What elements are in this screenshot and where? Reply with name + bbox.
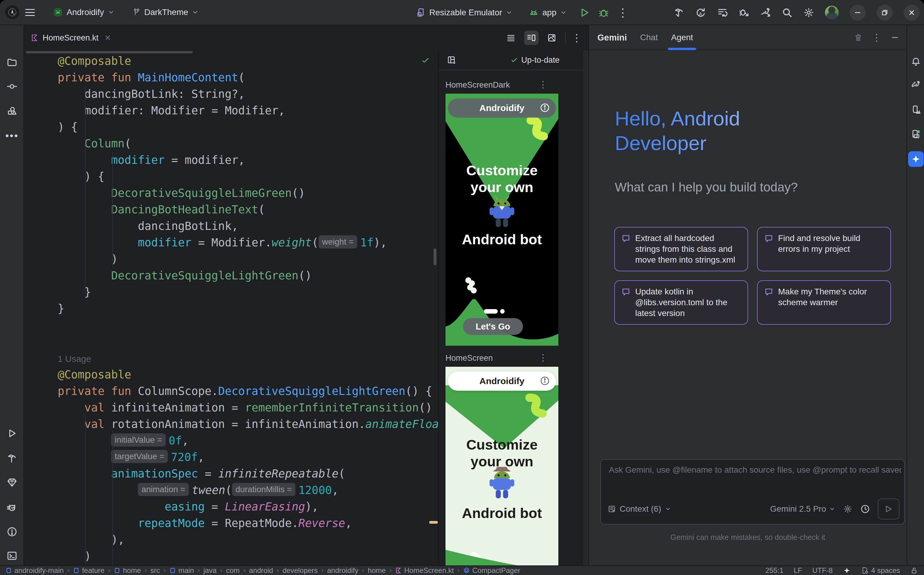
trash-icon[interactable] <box>854 33 863 42</box>
caret-position[interactable]: 255:1 <box>765 566 784 575</box>
code-line[interactable]: dancingBotLink, <box>58 218 438 234</box>
code-line[interactable]: private fun ColumnScope.DecorativeSquigg… <box>58 383 438 399</box>
gradle-tool-icon[interactable] <box>909 78 923 92</box>
suggestion-card-4[interactable]: Make my Theme's color scheme warmer <box>757 280 891 325</box>
build-hammer-icon[interactable] <box>674 7 684 18</box>
split-view-button[interactable] <box>524 30 539 45</box>
user-avatar[interactable] <box>825 6 839 19</box>
breadcrumb-item[interactable]: androidify <box>327 566 358 575</box>
info-icon[interactable] <box>540 103 550 113</box>
code-line[interactable]: DecorativeSquiggleLimeGreen() <box>58 185 438 202</box>
editor-vertical-scrollbar[interactable] <box>434 248 436 265</box>
breadcrumb-item[interactable]: java <box>204 566 217 575</box>
tab-agent[interactable]: Agent <box>671 25 693 50</box>
code-line[interactable]: Column( <box>58 135 438 152</box>
breadcrumb-item[interactable]: androidify-main <box>5 566 64 575</box>
more-tool-windows-icon[interactable]: ••• <box>3 127 21 144</box>
apply-changes-icon[interactable]: A <box>695 7 706 18</box>
code-line[interactable]: ) { <box>58 119 438 135</box>
breadcrumb-item[interactable]: feature <box>73 566 105 575</box>
search-everywhere-icon[interactable] <box>782 7 792 18</box>
project-selector[interactable]: Androidify <box>49 5 119 20</box>
suggestion-card-3[interactable]: Update kotlin in @libs.version.toml to t… <box>614 280 748 325</box>
window-close-button[interactable] <box>903 5 920 21</box>
breadcrumb-item[interactable]: CompactPager <box>463 566 520 575</box>
device-manager-icon[interactable] <box>909 103 923 117</box>
code-line[interactable]: val rotationAnimation = infiniteAnimatio… <box>58 416 438 432</box>
editor-options-icon[interactable]: ⋮ <box>572 32 582 44</box>
resource-manager-icon[interactable] <box>3 103 21 119</box>
preview-homescreen[interactable]: Androidify Customize your own Android bo… <box>445 367 558 565</box>
problems-tool-icon[interactable] <box>3 523 21 540</box>
vcs-branch-selector[interactable]: DarkTheme <box>128 5 203 19</box>
breadcrumb-item[interactable]: com <box>226 566 240 575</box>
attach-debugger-icon[interactable] <box>738 7 749 18</box>
suggestion-card-1[interactable]: Extract all hardcoded strings from this … <box>614 227 748 271</box>
gradle-sync-icon[interactable] <box>760 7 771 18</box>
lets-go-button[interactable]: Let's Go <box>463 318 523 335</box>
history-icon[interactable] <box>860 504 870 514</box>
breadcrumb-item[interactable]: main <box>169 566 194 575</box>
gemini-prompt-input[interactable]: Ask Gemini, use @filename to attach sour… <box>600 459 905 524</box>
indent-setting[interactable]: 4 spaces <box>861 566 900 575</box>
code-line[interactable]: dancingBotLink: String?, <box>58 86 438 102</box>
lock-icon[interactable] <box>910 567 918 574</box>
encoding[interactable]: UTF-8 <box>812 566 833 575</box>
code-line[interactable]: @Composable <box>58 367 438 383</box>
prompt-settings-icon[interactable] <box>843 504 852 514</box>
running-devices-icon[interactable] <box>909 127 923 141</box>
code-line[interactable]: } <box>58 300 438 317</box>
breadcrumb-item[interactable]: home <box>368 566 386 575</box>
window-minimize-button[interactable] <box>849 5 866 21</box>
notifications-bell-icon[interactable] <box>909 54 923 68</box>
breadcrumb-item[interactable]: HomeScreen.kt <box>395 566 453 575</box>
window-restore-button[interactable] <box>876 5 893 21</box>
code-line[interactable]: ) <box>58 251 438 267</box>
preview-scrollbar[interactable] <box>583 51 588 565</box>
code-editor[interactable]: @Composableprivate fun MainHomeContent( … <box>24 51 438 565</box>
code-view-button[interactable] <box>504 30 518 45</box>
run-configuration-selector[interactable]: app <box>525 5 571 20</box>
code-line[interactable]: @Composable <box>58 53 438 69</box>
breadcrumb[interactable]: androidify-main›feature›home›src›main›ja… <box>0 566 520 575</box>
code-line[interactable]: val infiniteAnimation = rememberInfinite… <box>58 399 438 416</box>
device-selector[interactable]: Resizable Emulator <box>412 5 517 20</box>
model-selector[interactable]: Gemini 2.5 Pro <box>770 504 835 514</box>
main-menu-icon[interactable] <box>24 9 37 16</box>
breadcrumb-item[interactable]: src <box>150 566 160 575</box>
gemini-options-icon[interactable]: ⋮ <box>872 32 881 43</box>
code-line[interactable]: ), <box>58 532 438 548</box>
breadcrumb-item[interactable]: home <box>114 566 141 575</box>
tab-homescreen-kt[interactable]: HomeScreen.kt ✕ <box>24 25 118 51</box>
commit-tool-icon[interactable] <box>3 78 21 95</box>
preview-dark-menu-icon[interactable]: ⋮ <box>539 79 547 90</box>
hide-panel-icon[interactable] <box>891 33 899 42</box>
terminal-tool-icon[interactable] <box>3 547 21 564</box>
run-tool-icon[interactable] <box>3 425 21 442</box>
code-line[interactable]: initialValue =0f, <box>58 432 438 449</box>
code-line[interactable]: repeatMode = RepeatMode.Reverse, <box>58 515 438 532</box>
build-tool-icon[interactable] <box>3 450 21 467</box>
code-line[interactable]: DecorativeSquiggleLightGreen() <box>58 267 438 284</box>
info-icon[interactable] <box>540 376 550 386</box>
breadcrumb-item[interactable]: android <box>249 566 273 575</box>
code-line[interactable]: animation =tween(durationMillis =12000, <box>58 482 438 499</box>
line-ending[interactable]: LF <box>794 566 802 575</box>
apply-code-changes-icon[interactable] <box>717 7 728 18</box>
code-line[interactable]: animationSpec = infiniteRepeatable( <box>58 465 438 482</box>
breadcrumb-item[interactable]: developers <box>283 566 318 575</box>
code-line[interactable]: modifier = modifier, <box>58 152 438 168</box>
profiler-icon[interactable] <box>3 499 21 516</box>
debug-button[interactable] <box>598 7 609 18</box>
send-button[interactable] <box>878 499 899 519</box>
preview-layout-icon[interactable] <box>447 55 456 65</box>
context-selector[interactable]: Context (6) <box>608 504 671 514</box>
ai-star-icon[interactable] <box>843 567 851 574</box>
more-actions-icon[interactable]: ⋮ <box>617 6 628 19</box>
code-line[interactable]: DancingBotHeadlineText( <box>58 202 438 218</box>
project-tool-icon[interactable] <box>3 54 21 71</box>
code-line[interactable]: modifier: Modifier = Modifier, <box>58 102 438 119</box>
code-line[interactable]: modifier = Modifier.weight(weight =1f), <box>58 234 438 251</box>
gemini-tool-icon[interactable] <box>908 151 924 167</box>
suggestion-card-2[interactable]: Find and resolve build errors in my proj… <box>757 227 891 271</box>
